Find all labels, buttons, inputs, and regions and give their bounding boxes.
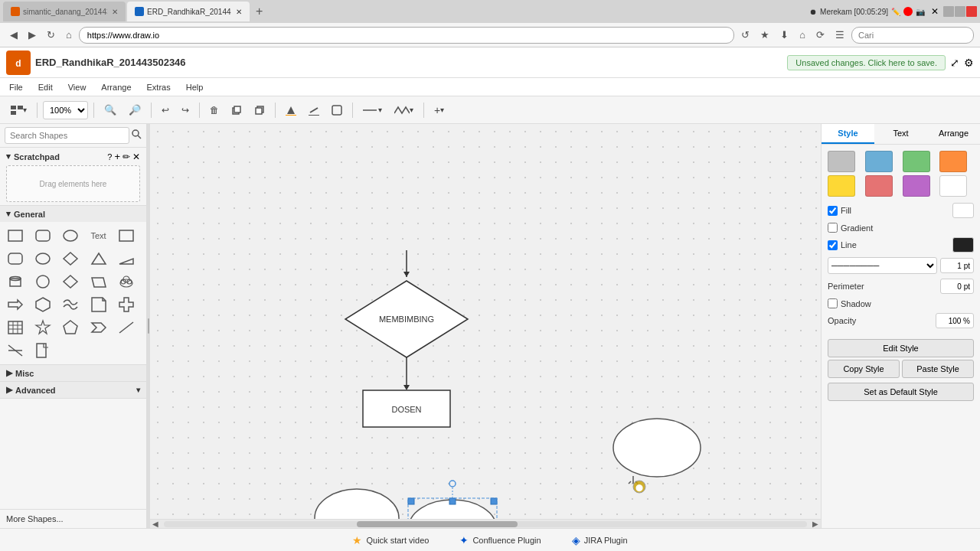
copy-style-btn[interactable]: Copy Style [828, 360, 900, 378]
shape-hexagon[interactable] [32, 294, 54, 315]
scratchpad-close-btn[interactable]: ✕ [132, 151, 140, 162]
fill-checkbox[interactable] [828, 206, 838, 216]
shape-ellipse[interactable] [60, 225, 81, 246]
shape-rounded-rect[interactable] [32, 225, 54, 246]
settings-icon[interactable]: ⚙ [964, 57, 974, 69]
zoom-out-btn[interactable]: 🔎 [124, 101, 145, 119]
address-bar[interactable] [79, 27, 734, 44]
shape-diamond2[interactable] [60, 271, 81, 292]
shape-diamond[interactable] [60, 248, 81, 269]
shape-note[interactable] [88, 294, 109, 315]
fullscreen-btn[interactable]: ⤢ [950, 57, 959, 69]
canvas-area[interactable]: MEMBIMBING DOSEN [150, 124, 821, 519]
menu-help[interactable]: Help [183, 81, 207, 93]
scroll-thumb[interactable] [357, 521, 518, 527]
menu-edit[interactable]: Edit [35, 81, 56, 93]
perimeter-input[interactable] [940, 279, 974, 294]
shape-arrow[interactable] [5, 294, 26, 315]
canvas-svg[interactable]: MEMBIMBING DOSEN [150, 124, 821, 519]
waypoint-btn[interactable]: ▾ [390, 103, 418, 118]
color-swatch-green[interactable] [903, 151, 930, 172]
color-swatch-purple[interactable] [903, 175, 930, 197]
menu-file[interactable]: File [6, 81, 26, 93]
shape-circle2[interactable] [32, 271, 54, 292]
shape-pentagon[interactable] [60, 317, 81, 338]
shape-rounded2[interactable] [5, 248, 26, 269]
scroll-right-btn[interactable]: ▶ [810, 520, 821, 528]
shape-rect2[interactable] [116, 225, 137, 246]
undo-btn[interactable]: ↩ [157, 102, 174, 119]
to-back-btn[interactable] [250, 102, 270, 119]
close-btn[interactable] [966, 6, 977, 17]
delete-btn[interactable]: 🗑 [205, 102, 224, 119]
tab-text[interactable]: Text [874, 124, 927, 144]
new-tab-button[interactable]: + [251, 5, 267, 18]
search-bar[interactable] [851, 27, 974, 44]
paste-style-btn[interactable]: Paste Style [902, 360, 974, 378]
shape-ellipse2[interactable] [32, 248, 54, 269]
zoom-select[interactable]: 100%75%50%150% [43, 101, 88, 119]
confluence-plugin-btn[interactable]: ✦ Confluence Plugin [452, 531, 548, 549]
shape-doc[interactable] [32, 340, 54, 361]
insert-btn[interactable]: +▾ [430, 101, 449, 119]
tab1-close[interactable]: ✕ [112, 8, 118, 16]
close-recording-btn[interactable]: ✕ [931, 6, 939, 17]
advanced-section-header[interactable]: ▶ Advanced ▾ [0, 382, 146, 398]
menu-arrange[interactable]: Arrange [98, 81, 134, 93]
shape-line[interactable] [116, 317, 137, 338]
gradient-checkbox[interactable] [828, 223, 838, 233]
shape-cloud[interactable] [116, 271, 137, 292]
menu-view[interactable]: View [65, 81, 90, 93]
jira-plugin-btn[interactable]: ◈ JIRA Plugin [564, 531, 635, 549]
sync-btn[interactable]: ⟳ [812, 28, 828, 42]
minimize-btn[interactable] [943, 6, 954, 17]
shadow-checkbox[interactable] [828, 298, 838, 308]
home-nav-btn[interactable]: ⌂ [795, 28, 809, 42]
search-shapes-button[interactable] [132, 129, 142, 142]
search-shapes-input[interactable] [5, 127, 129, 144]
tab2-close[interactable]: ✕ [236, 8, 242, 16]
shape-cylinder[interactable] [5, 271, 26, 292]
shape-line2[interactable] [5, 340, 26, 361]
scroll-left-btn[interactable]: ◀ [150, 520, 161, 528]
quick-start-btn[interactable]: ★ Quick start video [345, 531, 436, 549]
zoom-in-btn[interactable]: 🔍 [100, 101, 121, 119]
scratchpad-help-btn[interactable]: ? [107, 151, 112, 162]
tab-1[interactable]: simantic_danang_201443... ✕ [3, 2, 126, 21]
reload-button[interactable]: ↺ [737, 28, 753, 42]
tab-2[interactable]: ERD_RandhikaR_201443... ✕ [127, 2, 250, 21]
shape-text[interactable]: Text [88, 225, 109, 246]
scroll-track[interactable] [164, 521, 807, 527]
shape-wavy[interactable] [60, 294, 81, 315]
bookmark-btn[interactable]: ★ [756, 28, 773, 42]
color-swatch-red[interactable] [865, 175, 893, 197]
set-default-style-btn[interactable]: Set as Default Style [828, 383, 974, 401]
save-notice[interactable]: Unsaved changes. Click here to save. [787, 55, 946, 70]
color-swatch-white[interactable] [939, 175, 967, 197]
view-toggle-btn[interactable]: ▾ [6, 103, 31, 118]
misc-section-header[interactable]: ▶ Misc [0, 365, 146, 381]
shape-rect[interactable] [5, 225, 26, 246]
line-color-swatch[interactable] [952, 237, 974, 253]
line-color-btn[interactable] [304, 102, 324, 119]
line-checkbox[interactable] [828, 240, 838, 250]
scratchpad-header[interactable]: ▾ Scratchpad ? + ✏ ✕ [6, 151, 140, 162]
forward-button[interactable]: ▶ [24, 28, 40, 42]
menu-extras[interactable]: Extras [144, 81, 174, 93]
color-swatch-yellow2[interactable] [828, 175, 855, 197]
refresh-button[interactable]: ↻ [43, 28, 59, 42]
restore-btn[interactable] [955, 6, 965, 17]
shape-star[interactable] [32, 317, 54, 338]
tab-style[interactable]: Style [822, 124, 874, 144]
scratchpad-add-btn[interactable]: + [114, 151, 120, 162]
shape-style-btn[interactable] [327, 102, 347, 119]
shape-table[interactable] [5, 317, 26, 338]
shape-cross[interactable] [116, 294, 137, 315]
scratchpad-edit-btn[interactable]: ✏ [122, 151, 130, 162]
shape-right-triangle[interactable] [116, 248, 137, 269]
general-section-header[interactable]: ▾ General [0, 206, 146, 222]
tab-arrange[interactable]: Arrange [927, 124, 980, 144]
fill-color-swatch[interactable] [952, 203, 974, 218]
home-button[interactable]: ⌂ [62, 28, 76, 42]
color-swatch-orange[interactable] [939, 151, 967, 172]
